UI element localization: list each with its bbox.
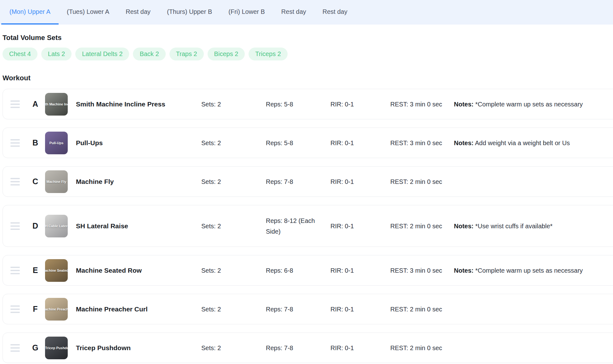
notes-label: Notes: <box>454 139 473 146</box>
tab-fri-lower-b[interactable]: (Fri) Lower B <box>220 0 273 25</box>
rir-value: RIR: 0-1 <box>330 138 390 148</box>
rir-value: RIR: 0-1 <box>330 99 390 110</box>
exercise-list: A th Machine Incline Pr Smith Machine In… <box>3 89 613 363</box>
rir-value: RIR: 0-1 <box>330 343 390 353</box>
drag-handle-icon[interactable] <box>10 267 20 274</box>
total-volume-sets-title: Total Volume Sets <box>3 33 613 43</box>
sets-value: Sets: 2 <box>201 99 266 110</box>
rest-value: REST: 2 min 0 sec <box>390 304 454 315</box>
sets-value: Sets: 2 <box>201 265 266 276</box>
reps-value: Reps: 5-8 <box>266 99 330 110</box>
thumbnail-caption: H Cable Lateral Rais <box>45 224 68 228</box>
rest-value: REST: 3 min 0 sec <box>390 265 454 276</box>
drag-handle-icon[interactable] <box>10 344 20 352</box>
thumbnail-caption: th Machine Incline Pr <box>45 102 68 106</box>
exercise-name: Machine Fly <box>76 178 201 185</box>
exercise-letter: D <box>29 221 41 230</box>
volume-pill-list: Chest 4 Lats 2 Lateral Delts 2 Back 2 Tr… <box>3 48 613 60</box>
reps-value: Reps: 5-8 <box>266 138 330 148</box>
rest-value: REST: 3 min 0 sec <box>390 99 454 110</box>
notes-value: Notes: *Complete warm up sets as necessa… <box>454 265 613 276</box>
sets-value: Sets: 2 <box>201 176 266 187</box>
exercise-letter: F <box>29 304 41 314</box>
rest-value: REST: 3 min 0 sec <box>390 138 454 148</box>
volume-pill-chest: Chest 4 <box>3 48 37 60</box>
exercise-row: E achine Seated Ro Machine Seated Row Se… <box>3 255 613 286</box>
sets-value: Sets: 2 <box>201 221 266 231</box>
exercise-thumbnail[interactable]: achine Preacher Cur <box>45 298 68 321</box>
rir-value: RIR: 0-1 <box>330 304 390 315</box>
exercise-row: F achine Preacher Cur Machine Preacher C… <box>3 294 613 324</box>
exercise-letter: C <box>29 177 41 186</box>
exercise-row: B Pull-Ups Pull-Ups Sets: 2 Reps: 5-8 RI… <box>3 128 613 158</box>
thumbnail-caption: achine Seated Ro <box>45 269 68 272</box>
drag-handle-icon[interactable] <box>10 100 20 108</box>
exercise-row: G Tricep Pushdown Tricep Pushdown Sets: … <box>3 333 613 363</box>
exercise-name: Tricep Pushdown <box>76 344 201 352</box>
reps-value: Reps: 7-8 <box>266 304 330 315</box>
exercise-thumbnail[interactable]: Machine Fly <box>45 170 68 193</box>
exercise-row: C Machine Fly Machine Fly Sets: 2 Reps: … <box>3 166 613 197</box>
exercise-row: D H Cable Lateral Rais SH Lateral Raise … <box>3 205 613 247</box>
thumbnail-caption: Pull-Ups <box>45 141 68 145</box>
tab-thurs-upper-b[interactable]: (Thurs) Upper B <box>159 0 220 25</box>
thumbnail-caption: Tricep Pushdown <box>45 346 68 350</box>
thumbnail-caption: Machine Fly <box>45 180 68 184</box>
sets-value: Sets: 2 <box>201 138 266 148</box>
reps-value: Reps: 8-12 (Each Side) <box>266 215 330 237</box>
exercise-letter: E <box>29 266 41 275</box>
exercise-thumbnail[interactable]: Tricep Pushdown <box>45 337 68 359</box>
drag-handle-icon[interactable] <box>10 305 20 313</box>
notes-value: Notes: Add weight via a weight belt or U… <box>454 138 613 148</box>
reps-value: Reps: 7-8 <box>266 343 330 353</box>
exercise-name: Smith Machine Incline Press <box>76 100 201 108</box>
drag-handle-icon[interactable] <box>10 178 20 185</box>
drag-handle-icon[interactable] <box>10 222 20 230</box>
exercise-thumbnail[interactable]: H Cable Lateral Rais <box>45 215 68 237</box>
workout-title: Workout <box>3 74 613 83</box>
rest-value: REST: 2 min 0 sec <box>390 343 454 353</box>
volume-pill-biceps: Biceps 2 <box>208 48 245 60</box>
volume-pill-traps: Traps 2 <box>169 48 204 60</box>
thumbnail-caption: achine Preacher Cur <box>45 307 68 311</box>
exercise-name: Machine Preacher Curl <box>76 305 201 313</box>
notes-label: Notes: <box>454 223 473 230</box>
rest-value: REST: 2 min 0 sec <box>390 176 454 187</box>
notes-value: Notes: *Complete warm up sets as necessa… <box>454 99 613 110</box>
tab-rest-day-1[interactable]: Rest day <box>117 0 159 25</box>
notes-label: Notes: <box>454 101 473 108</box>
rir-value: RIR: 0-1 <box>330 221 390 231</box>
exercise-name: Machine Seated Row <box>76 267 201 274</box>
exercise-thumbnail[interactable]: achine Seated Ro <box>45 259 68 282</box>
tab-tues-lower-a[interactable]: (Tues) Lower A <box>59 0 117 25</box>
sets-value: Sets: 2 <box>201 304 266 315</box>
drag-handle-icon[interactable] <box>10 139 20 147</box>
volume-pill-lateral-delts: Lateral Delts 2 <box>75 48 129 60</box>
exercise-row: A th Machine Incline Pr Smith Machine In… <box>3 89 613 119</box>
reps-value: Reps: 6-8 <box>266 265 330 276</box>
rir-value: RIR: 0-1 <box>330 176 390 187</box>
tab-mon-upper-a[interactable]: (Mon) Upper A <box>1 0 59 25</box>
volume-pill-lats: Lats 2 <box>41 48 72 60</box>
notes-label: Notes: <box>454 267 473 274</box>
exercise-letter: B <box>29 138 41 147</box>
exercise-name: SH Lateral Raise <box>76 222 201 230</box>
volume-pill-triceps: Triceps 2 <box>249 48 288 60</box>
day-tab-bar: (Mon) Upper A (Tues) Lower A Rest day (T… <box>0 0 613 25</box>
notes-value: Notes: *Use wrist cuffs if available* <box>454 221 613 231</box>
volume-pill-back: Back 2 <box>133 48 165 60</box>
exercise-letter: G <box>29 343 41 352</box>
exercise-name: Pull-Ups <box>76 139 201 147</box>
rir-value: RIR: 0-1 <box>330 265 390 276</box>
tab-rest-day-3[interactable]: Rest day <box>314 0 356 25</box>
exercise-thumbnail[interactable]: Pull-Ups <box>45 132 68 154</box>
exercise-thumbnail[interactable]: th Machine Incline Pr <box>45 93 68 116</box>
sets-value: Sets: 2 <box>201 343 266 353</box>
reps-value: Reps: 7-8 <box>266 176 330 187</box>
rest-value: REST: 2 min 0 sec <box>390 221 454 231</box>
exercise-letter: A <box>29 100 41 109</box>
tab-rest-day-2[interactable]: Rest day <box>273 0 314 25</box>
